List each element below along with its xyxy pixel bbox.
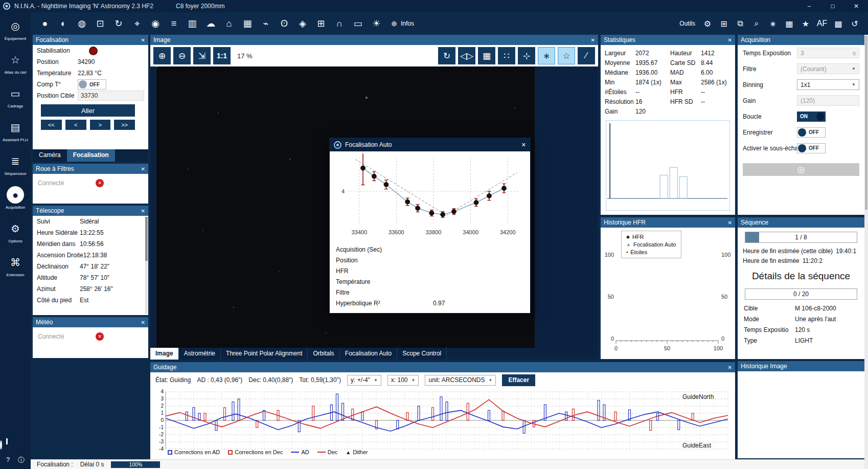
focuser-icon[interactable]: ⊡ xyxy=(91,15,109,32)
tab-camera[interactable]: Caméra xyxy=(33,149,67,162)
unit-select[interactable]: unit: ARCSECONDS▼ xyxy=(425,375,496,386)
capture-button[interactable]: ◎ xyxy=(743,163,859,176)
tab-focalisation[interactable]: Focalisation xyxy=(67,149,115,162)
shield-icon[interactable]: ◈ xyxy=(293,15,312,32)
rotate-icon[interactable]: ↻ xyxy=(438,47,455,64)
sequence-details-progressbar: 0 / 20 xyxy=(745,288,857,300)
save-toggle[interactable]: OFF xyxy=(797,127,826,138)
bulb-icon[interactable]: ʘ xyxy=(275,15,293,32)
pixel-line-icon[interactable]: ∕ xyxy=(578,47,595,64)
flip-icon[interactable]: ◁▷ xyxy=(458,47,475,64)
stretch-wand-icon[interactable]: ∗ xyxy=(538,47,555,64)
help-icon[interactable]: ? xyxy=(6,456,10,465)
exposure-input[interactable]: 3s xyxy=(797,48,859,58)
sidebar-item-equipement[interactable]: ◎ Équipement xyxy=(0,12,31,46)
power-icon[interactable] xyxy=(0,440,2,450)
puzzle-icon[interactable]: ⊞ xyxy=(312,15,330,32)
clear-button[interactable]: Effacer xyxy=(502,374,535,386)
tools-icon[interactable]: ⚙ xyxy=(699,15,716,32)
close-icon[interactable]: ✕ xyxy=(591,37,595,43)
zoom-out-button[interactable]: ⊖ xyxy=(173,47,191,64)
dome-icon[interactable]: ◉ xyxy=(146,15,165,32)
telescope-scrollbar[interactable] xyxy=(145,217,148,314)
rotator-icon[interactable]: ↻ xyxy=(109,15,128,32)
autofocus-dialog-titlebar[interactable]: Focalisation Auto ✕ xyxy=(330,138,530,151)
tab-image[interactable]: Image xyxy=(150,348,179,360)
close-icon[interactable]: ✕ xyxy=(728,220,732,226)
frame-icon[interactable]: ▭ xyxy=(349,15,367,32)
cloud-icon[interactable]: ☁ xyxy=(201,15,220,32)
close-icon[interactable]: ✕ xyxy=(141,320,145,325)
titlebar: N.I.N.A. - Nighttime Imaging 'N' Astrono… xyxy=(0,0,868,12)
panel-grid-icon[interactable]: ▩ xyxy=(830,15,847,32)
filter-select[interactable]: (Courant)▼ xyxy=(797,63,859,74)
position-cible-input[interactable]: 33730 xyxy=(78,91,144,101)
close-icon[interactable]: ✕ xyxy=(141,37,145,43)
filter-wheel-icon[interactable]: ◍ xyxy=(73,15,91,32)
sidebar-item-extension[interactable]: ⌘ Extension xyxy=(0,249,31,282)
maximize-button[interactable]: □ xyxy=(821,0,844,12)
autofocus-icon[interactable]: AF xyxy=(814,15,830,32)
zoom-in-button[interactable]: ⊕ xyxy=(153,47,171,64)
close-icon[interactable]: ✕ xyxy=(521,142,526,148)
grid-icon[interactable]: ▦ xyxy=(478,47,495,64)
close-icon[interactable]: ✕ xyxy=(728,365,732,370)
magnet-icon[interactable]: ∩ xyxy=(330,15,349,32)
star-annotate-icon[interactable]: ☆ xyxy=(558,47,575,64)
camera-icon[interactable]: ● xyxy=(36,15,54,32)
grid-plus-icon[interactable]: ⊞ xyxy=(716,15,732,32)
end-time-target-value: 19:40:1 xyxy=(836,248,859,255)
aller-button[interactable]: Aller xyxy=(41,104,135,117)
step-back-button[interactable]: < xyxy=(65,120,86,130)
sidebar-item-assistant-plu[interactable]: ▤ Assistant PLU xyxy=(0,114,31,147)
step-forward-button[interactable]: > xyxy=(90,120,111,130)
tab-tppa[interactable]: Three Point Polar Alignment xyxy=(221,348,308,360)
step-forward-large-button[interactable]: >> xyxy=(114,120,135,130)
close-icon[interactable]: ✕ xyxy=(141,208,145,214)
tab-focalisation-auto[interactable]: Focalisation Auto xyxy=(340,348,397,360)
table-icon[interactable]: ▦ xyxy=(781,15,797,32)
infos-button[interactable]: ⊕ Infos xyxy=(389,15,414,32)
y-scale-select[interactable]: y: +/-4"▼ xyxy=(347,375,381,386)
telescope-icon[interactable]: ⌖ xyxy=(128,15,146,32)
info-icon[interactable]: ⓘ xyxy=(18,456,25,465)
history-icon[interactable]: ↺ xyxy=(847,15,863,32)
observatory-icon[interactable]: ⌂ xyxy=(220,15,238,32)
sidebar-item-options[interactable]: ⚙ Options xyxy=(0,215,31,249)
flat-panel-icon[interactable]: ☀ xyxy=(367,15,385,32)
chart-icon[interactable]: ▦ xyxy=(238,15,257,32)
magnifier-icon[interactable]: ⌕ xyxy=(748,15,765,32)
sidebar-item-sequenceur[interactable]: ≣ Séquenceur xyxy=(0,147,31,181)
nodes-icon[interactable]: ⌁ xyxy=(257,15,275,32)
scrollbar-thumb[interactable] xyxy=(865,36,867,210)
crosshair-icon[interactable]: ⊹ xyxy=(518,47,535,64)
minimize-button[interactable]: – xyxy=(797,0,821,12)
planetarium-icon[interactable]: ◐ xyxy=(54,15,73,32)
gain-input[interactable]: (120) xyxy=(797,95,859,106)
x-scale-select[interactable]: x: 100▼ xyxy=(387,375,419,386)
layers-icon[interactable]: ⧉ xyxy=(732,15,748,32)
close-button[interactable]: ✕ xyxy=(844,0,868,12)
loop-toggle[interactable]: ON xyxy=(797,111,826,122)
star-icon[interactable]: ★ xyxy=(797,15,814,32)
one-to-one-button[interactable]: 1:1 xyxy=(213,47,231,64)
vertical-scrollbar[interactable] xyxy=(864,35,868,469)
switch-icon[interactable]: ≡ xyxy=(165,15,183,32)
wand-icon[interactable]: ∗ xyxy=(765,15,781,32)
fit-view-button[interactable]: ⇲ xyxy=(193,47,211,64)
close-icon[interactable]: ✕ xyxy=(728,37,732,43)
sidebar-item-atlas[interactable]: ☆ Atlas du ciel xyxy=(0,46,31,80)
close-icon[interactable]: ✕ xyxy=(141,166,145,172)
histogram-icon[interactable]: ▥ xyxy=(183,15,201,32)
tab-scope-control[interactable]: Scope Control xyxy=(397,348,447,360)
star-detect-icon[interactable]: ∷ xyxy=(498,47,515,64)
tab-astrometrie[interactable]: Astrométrie xyxy=(179,348,221,360)
tab-orbitals[interactable]: Orbitals xyxy=(308,348,339,360)
sidebar-item-cadrage[interactable]: ▭ Cadrage xyxy=(0,80,31,114)
status-label: Focalisation : xyxy=(37,461,73,468)
binning-select[interactable]: 1x1▼ xyxy=(797,79,859,90)
comp-t-toggle[interactable]: OFF xyxy=(78,79,106,90)
subsample-toggle[interactable]: OFF xyxy=(797,143,826,153)
sidebar-item-acquisition[interactable]: ● Acquisition xyxy=(0,181,31,215)
step-back-large-button[interactable]: << xyxy=(41,120,62,130)
